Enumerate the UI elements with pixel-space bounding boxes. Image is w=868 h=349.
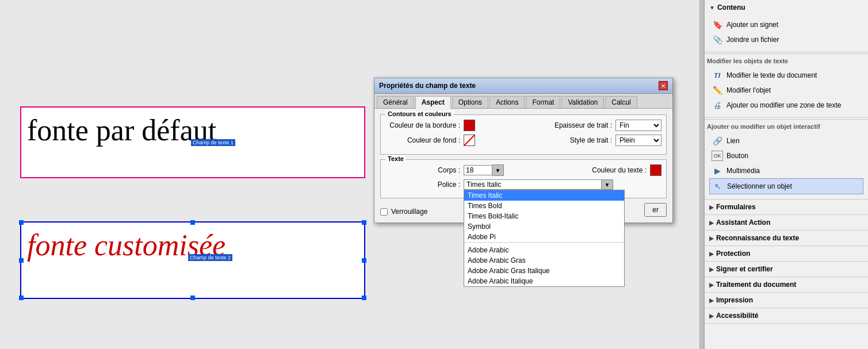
couleur-texte-picker[interactable] <box>650 164 661 176</box>
sep1 <box>705 53 868 54</box>
police-option-times-bold-italic[interactable]: Times Bold-Italic <box>464 211 624 221</box>
tab-general[interactable]: Général <box>377 96 414 108</box>
police-option-times-bold[interactable]: Times Bold <box>464 201 624 211</box>
dialog-titlebar: Propriétés du champ de texte ✕ <box>374 78 672 94</box>
ajouter-zone-texte-label: Ajouter ou modifier une zone de texte <box>726 101 841 109</box>
assistant-action-header[interactable]: ▶ Assistant Action <box>705 215 868 230</box>
tab-options[interactable]: Options <box>452 96 488 108</box>
panel-section-modifier-texte: Modifier les objets de texte TI Modifier… <box>705 53 868 118</box>
couleur-bordure-picker[interactable] <box>464 120 475 131</box>
panel-section-contenu: ▼ Contenu 🔖 Ajouter un signet 📎 Joindre … <box>705 0 868 52</box>
handle-ml[interactable] <box>19 258 24 263</box>
panel-item-selectionner-objet[interactable]: ↖ Sélectionner un objet <box>709 178 863 194</box>
panel-item-ajouter-signet[interactable]: 🔖 Ajouter un signet <box>709 17 863 32</box>
panel-item-modifier-objet[interactable]: ✏️ Modifier l'objet <box>709 83 863 98</box>
handle-mr[interactable] <box>362 258 366 263</box>
reconnaissance-label: Reconnaissance du texte <box>716 234 799 242</box>
police-dropdown-arrow[interactable]: ▼ <box>601 180 613 189</box>
handle-tr[interactable] <box>362 220 366 225</box>
modifier-texte-icon: TI <box>712 70 723 80</box>
police-list: Times Italic Times Bold Times Bold-Itali… <box>464 190 625 287</box>
champ-badge-1: Champ de texte 1 <box>191 139 235 146</box>
traitement-label: Traitement du document <box>716 281 796 289</box>
accessibilite-header[interactable]: ▶ Accessibilité <box>705 308 868 323</box>
handle-bm[interactable] <box>190 296 195 300</box>
signer-header[interactable]: ▶ Signer et certifier <box>705 262 868 277</box>
handle-tl[interactable] <box>19 220 24 225</box>
police-option-adobe-pi[interactable]: Adobe Pi <box>464 232 624 242</box>
epaisseur-trait-label: Epaisseur de trait : <box>543 121 612 129</box>
modifier-texte-content: TI Modifier le texte du document ✏️ Modi… <box>705 66 868 117</box>
panel-item-bouton[interactable]: OK Bouton <box>709 148 863 163</box>
selectionner-objet-label: Sélectionner un objet <box>727 182 792 190</box>
style-trait-select[interactable]: Plein <box>615 135 661 146</box>
panel-section-protection: ▶ Protection <box>705 246 868 262</box>
text-field-1[interactable]: fonte par défaut Champ de texte 1 <box>20 106 365 178</box>
tab-calcul[interactable]: Calcul <box>605 96 637 108</box>
assistant-action-label: Assistant Action <box>716 218 770 227</box>
panel-item-lien[interactable]: 🔗 Lien <box>709 133 863 148</box>
impression-chevron: ▶ <box>709 297 714 304</box>
verrouillage-checkbox[interactable] <box>380 208 388 216</box>
police-option-adobe-arabic[interactable]: Adobe Arabic <box>464 245 624 255</box>
traitement-header[interactable]: ▶ Traitement du document <box>705 277 868 292</box>
modifier-objet-label: Modifier l'objet <box>726 86 771 94</box>
multimedia-icon: ▶ <box>712 166 723 176</box>
police-option-adobe-arabic-gras[interactable]: Adobe Arabic Gras <box>464 255 624 266</box>
couleur-fond-row: Couleur de fond : Style de trait : Plein <box>385 135 661 146</box>
formulaires-chevron: ▶ <box>709 204 714 210</box>
reconnaissance-header[interactable]: ▶ Reconnaissance du texte <box>705 231 868 246</box>
panel-section-accessibilite: ▶ Accessibilité <box>705 308 868 324</box>
panel-item-joindre-fichier[interactable]: 📎 Joindre un fichier <box>709 32 863 47</box>
text-field-2[interactable]: fonte customisée Champ de texte 2 <box>20 221 365 299</box>
verrouillage-row: Verrouillage <box>380 208 427 216</box>
champ-badge-2: Champ de texte 2 <box>188 254 232 261</box>
lien-icon: 🔗 <box>712 136 723 146</box>
panel-item-ajouter-zone-texte[interactable]: 🖨 Ajouter ou modifier une zone de texte <box>709 98 863 113</box>
ajouter-zone-texte-icon: 🖨 <box>712 100 723 110</box>
tab-validation[interactable]: Validation <box>561 96 604 108</box>
canvas-area: fonte par défaut Champ de texte 1 fonte … <box>0 0 699 349</box>
formulaires-label: Formulaires <box>716 203 756 211</box>
panel-section-interactif: Ajouter ou modifier un objet interactif … <box>705 119 868 200</box>
accessibilite-chevron: ▶ <box>709 313 714 319</box>
couleur-bordure-row: Couleur de la bordure : Epaisseur de tra… <box>385 120 661 131</box>
bouton-label: Bouton <box>726 152 748 160</box>
handle-bl[interactable] <box>19 296 24 300</box>
couleur-fond-label: Couleur de fond : <box>385 136 460 144</box>
protection-header[interactable]: ▶ Protection <box>705 246 868 261</box>
vertical-scrollbar[interactable] <box>699 0 704 349</box>
tab-format[interactable]: Format <box>526 96 560 108</box>
sep2 <box>705 119 868 120</box>
tab-aspect[interactable]: Aspect <box>415 96 451 109</box>
panel-item-modifier-texte-doc[interactable]: TI Modifier le texte du document <box>709 68 863 83</box>
police-option-times-italic[interactable]: Times Italic <box>464 190 624 201</box>
signer-label: Signer et certifier <box>716 265 773 273</box>
police-option-symbol[interactable]: Symbol <box>464 221 624 232</box>
panel-item-multimedia[interactable]: ▶ Multimédia <box>709 163 863 178</box>
modifier-objet-icon: ✏️ <box>712 85 723 95</box>
epaisseur-trait-select[interactable]: Fin <box>615 120 661 131</box>
ok-button[interactable]: er <box>644 203 667 217</box>
corps-input[interactable] <box>464 165 492 175</box>
corps-row: Corps : ▼ Couleur du texte : <box>385 164 661 176</box>
modifier-texte-title: Modifier les objets de texte <box>705 55 868 66</box>
corps-arrow[interactable]: ▼ <box>492 164 504 176</box>
panel-section-contenu-header[interactable]: ▼ Contenu <box>705 0 868 15</box>
dialog-close-button[interactable]: ✕ <box>659 81 668 90</box>
handle-tm[interactable] <box>190 220 195 225</box>
police-option-adobe-arabic-italique[interactable]: Adobe Arabic Italique <box>464 276 624 286</box>
panel-section-reconnaissance: ▶ Reconnaissance du texte <box>705 231 868 246</box>
impression-header[interactable]: ▶ Impression <box>705 293 868 308</box>
interactif-title: Ajouter ou modifier un objet interactif <box>705 121 868 131</box>
formulaires-header[interactable]: ▶ Formulaires <box>705 200 868 214</box>
contenu-chevron: ▼ <box>709 5 715 11</box>
police-input[interactable] <box>464 180 601 189</box>
texte-legend: Texte <box>385 155 406 162</box>
handle-br[interactable] <box>362 296 366 300</box>
couleur-fond-picker[interactable] <box>464 135 475 146</box>
modifier-texte-doc-label: Modifier le texte du document <box>726 71 817 79</box>
protection-label: Protection <box>716 250 750 258</box>
tab-actions[interactable]: Actions <box>490 96 525 108</box>
police-option-adobe-arabic-gras-italique[interactable]: Adobe Arabic Gras Italique <box>464 266 624 276</box>
